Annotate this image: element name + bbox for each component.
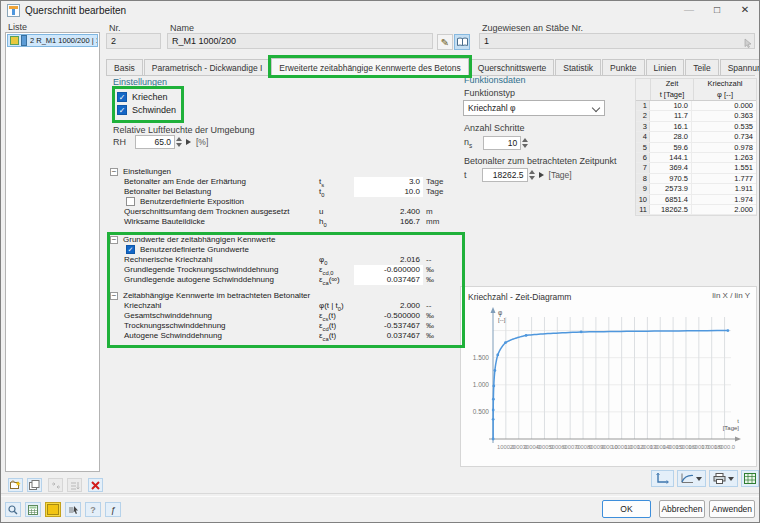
list-item-selected[interactable]: 2 R_M1 1000/200 | 1 - [7,34,98,47]
delete-item-button[interactable] [88,478,103,492]
time-value[interactable]: 970.5 [650,174,692,183]
time-value[interactable]: 16.1 [650,122,692,131]
creep-value[interactable]: 0.535 [692,122,756,131]
time-value[interactable]: 11.7 [650,111,692,120]
param-unit: ‰ [426,311,434,321]
funktionstyp-dropdown[interactable]: Kriechzahl φ [463,100,605,116]
param-group: −Zeitabhängige Kennwerte im betrachteten… [108,290,457,341]
param-value[interactable]: -0.600000 [354,265,423,275]
section-list[interactable]: 2 R_M1 1000/200 | 1 - [5,32,100,472]
print-button[interactable] [709,470,738,487]
apply-to-selection-button[interactable] [65,502,81,517]
param-symbol: u [319,207,323,217]
creep-value[interactable]: 0.000 [692,101,756,110]
axes-settings-button[interactable] [651,470,674,487]
creep-value[interactable]: 1.911 [692,184,756,193]
creep-value[interactable]: 1.551 [692,163,756,172]
creep-value[interactable]: 1.974 [692,195,756,204]
creep-value[interactable]: 0.734 [692,132,756,141]
diagram-type-button[interactable] [677,470,706,487]
tab-querschnittswerte[interactable]: Querschnittswerte [470,59,555,75]
time-value[interactable]: 369.4 [650,163,692,172]
betonalter-input[interactable]: 18262.5 [482,168,528,182]
tab-linien[interactable]: Linien [646,59,685,75]
time-value[interactable]: 144.1 [650,153,692,162]
checkbox[interactable]: ✓ [126,245,135,254]
help-button[interactable]: ? [85,502,101,517]
apply-button[interactable]: Anwenden [709,500,755,518]
pick-members-button[interactable] [741,36,754,49]
tab-erweiterte-zeitabhängige-kennwerte-des-betons[interactable]: Erweiterte zeitabhängige Kennwerte des B… [271,58,468,75]
tab-basis[interactable]: Basis [106,59,143,75]
ok-button[interactable]: OK [602,500,651,518]
cursor-list-icon [68,505,79,515]
maximize-button[interactable]: □ [703,1,731,20]
export-grid-icon [744,473,756,484]
collapse-icon[interactable]: − [110,236,118,244]
preview-button[interactable] [5,502,21,517]
betonalter-detail-arrow[interactable] [539,172,544,178]
schritte-symbol: ns [464,137,472,149]
creep-value[interactable]: 2.000 [692,205,756,214]
creep-value[interactable]: 0.363 [692,111,756,120]
function-icon: ƒ [110,505,115,515]
humidity-input[interactable]: 65.0 [135,135,175,149]
time-value[interactable]: 2573.9 [650,184,692,193]
creep-value[interactable]: 0.978 [692,143,756,152]
checkbox[interactable]: ✓ [117,105,127,115]
table-row[interactable]: 428.00.734 [636,132,756,142]
param-value[interactable]: 0.037467 [354,275,423,285]
time-value[interactable]: 18262.5 [650,205,692,214]
close-button[interactable]: ✕ [731,1,759,20]
table-row[interactable]: 559.60.978 [636,143,756,153]
table-row[interactable]: 106851.41.974 [636,195,756,205]
table-row[interactable]: 92573.91.911 [636,184,756,194]
copy-item-button[interactable] [27,478,42,492]
time-value[interactable]: 6851.4 [650,195,692,204]
table-row[interactable]: 316.10.535 [636,122,756,132]
tab-spannungspunkte[interactable]: Spannungspunkte [720,59,760,75]
formula-button[interactable]: ƒ [105,502,121,517]
rename-button[interactable]: ✎ [437,34,453,50]
param-value[interactable]: 3.0 [354,177,423,187]
table-row[interactable]: 1118262.52.000 [636,205,756,215]
tab-parametrisch-dickwandige-i[interactable]: Parametrisch - Dickwandige I [144,59,271,75]
schritte-spinner[interactable] [522,137,528,149]
schritte-input[interactable]: 10 [483,136,521,150]
calculator-button[interactable] [25,502,41,517]
library-button[interactable] [454,34,470,50]
color-swatch-button[interactable] [45,502,61,517]
table-row[interactable]: 110.00.000 [636,101,756,111]
collapse-icon[interactable]: − [110,168,118,176]
creep-value[interactable]: 1.263 [692,153,756,162]
time-value[interactable]: 59.6 [650,143,692,152]
tab-punkte[interactable]: Punkte [602,59,644,75]
table-row[interactable]: 211.70.363 [636,111,756,121]
humidity-spinner[interactable] [176,136,182,148]
new-item-button[interactable] [8,478,23,492]
funktionstyp-value: Kriechzahl φ [468,103,516,113]
minimize-button[interactable]: — [675,1,703,20]
creep-value[interactable]: 1.777 [692,174,756,183]
humidity-detail-arrow[interactable] [186,139,191,145]
section-shape-icon [21,35,27,46]
chart-title: Kriechzahl - Zeit-Diagramm [468,292,571,302]
table-row[interactable]: 8970.51.777 [636,174,756,184]
param-row: Wirksame Bauteildickeh0166.7mm [108,217,457,227]
table-row[interactable]: 7369.41.551 [636,163,756,173]
checkbox[interactable] [126,197,135,206]
cancel-button[interactable]: Abbrechen [659,500,705,518]
betonalter-spinner[interactable] [529,169,535,181]
collapse-icon[interactable]: − [110,292,118,300]
time-value[interactable]: 28.0 [650,132,692,141]
time-value[interactable]: 10.0 [650,101,692,110]
tab-teile[interactable]: Teile [685,59,718,75]
export-excel-button[interactable] [741,470,759,487]
param-value[interactable]: 10.0 [354,187,423,197]
table-row[interactable]: 6144.11.263 [636,153,756,163]
renumber-button [67,478,82,492]
tab-statistik[interactable]: Statistik [555,59,601,75]
checkbox[interactable]: ✓ [117,92,127,102]
assigned-field[interactable]: 1 [479,33,755,49]
name-field[interactable]: R_M1 1000/200 [167,33,433,49]
